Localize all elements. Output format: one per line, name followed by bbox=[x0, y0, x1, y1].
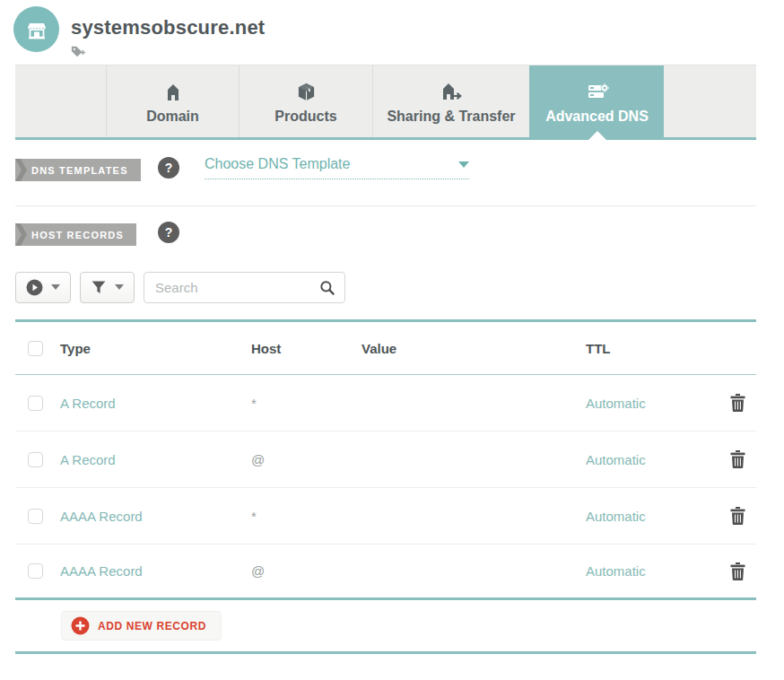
record-type[interactable]: A Record bbox=[60, 452, 251, 467]
table-row: A Record @ Automatic bbox=[15, 432, 756, 488]
dns-template-dropdown[interactable]: Choose DNS Template bbox=[205, 156, 469, 179]
row-checkbox[interactable] bbox=[28, 563, 43, 579]
tab-products[interactable]: Products bbox=[239, 65, 372, 137]
domain-management-page: systemsobscure.net Domain Products Shar bbox=[0, 0, 784, 65]
search-icon[interactable] bbox=[319, 280, 335, 296]
trash-icon bbox=[730, 450, 745, 468]
chevron-down-icon bbox=[458, 161, 469, 168]
tab-domain[interactable]: Domain bbox=[106, 65, 239, 137]
table-row: AAAA Record @ Automatic bbox=[15, 545, 756, 600]
row-checkbox[interactable] bbox=[28, 509, 43, 524]
tab-bar-spacer bbox=[664, 65, 756, 137]
record-host[interactable]: @ bbox=[251, 563, 362, 579]
column-header-host: Host bbox=[251, 341, 362, 356]
host-records-section: HOST RECORDS ? bbox=[15, 217, 756, 260]
dns-templates-help-icon[interactable]: ? bbox=[158, 157, 179, 179]
tab-products-label: Products bbox=[274, 109, 336, 125]
tab-advanced-dns[interactable]: Advanced DNS bbox=[529, 65, 664, 137]
page-title: systemsobscure.net bbox=[71, 16, 265, 39]
house-icon bbox=[163, 81, 183, 102]
record-host[interactable]: @ bbox=[251, 452, 362, 467]
host-records-ribbon: HOST RECORDS bbox=[15, 223, 136, 246]
table-header-row: Type Host Value TTL bbox=[15, 322, 756, 375]
delete-record-button[interactable] bbox=[730, 394, 745, 412]
storefront-icon bbox=[24, 17, 49, 42]
tab-domain-label: Domain bbox=[146, 109, 199, 125]
record-ttl[interactable]: Automatic bbox=[586, 563, 711, 579]
record-ttl[interactable]: Automatic bbox=[586, 509, 711, 524]
delete-record-button[interactable] bbox=[730, 507, 745, 525]
chevron-down-icon bbox=[51, 284, 60, 290]
dns-server-gear-icon bbox=[586, 81, 609, 102]
column-header-type: Type bbox=[60, 341, 251, 356]
search-input[interactable] bbox=[144, 280, 306, 295]
play-circle-icon bbox=[26, 279, 43, 296]
search-box bbox=[144, 272, 345, 303]
record-ttl[interactable]: Automatic bbox=[586, 396, 711, 411]
record-type[interactable]: A Record bbox=[60, 396, 251, 411]
page-header: systemsobscure.net bbox=[0, 0, 784, 65]
trash-icon bbox=[730, 394, 745, 412]
tab-bar-spacer bbox=[15, 65, 106, 137]
trash-icon bbox=[730, 562, 745, 580]
record-host[interactable]: * bbox=[251, 509, 362, 524]
filter-funnel-icon bbox=[91, 279, 107, 295]
record-host[interactable]: * bbox=[251, 396, 362, 411]
host-records-table: Type Host Value TTL A Record * Automatic… bbox=[15, 319, 756, 654]
dns-templates-section: DNS TEMPLATES ? Choose DNS Template bbox=[15, 153, 756, 206]
row-checkbox[interactable] bbox=[28, 396, 43, 411]
tab-sharing-transfer-label: Sharing & Transfer bbox=[387, 109, 515, 125]
table-row: A Record * Automatic bbox=[15, 375, 756, 432]
tab-advanced-dns-label: Advanced DNS bbox=[545, 109, 649, 125]
trash-icon bbox=[730, 507, 745, 525]
chevron-down-icon bbox=[115, 284, 124, 290]
dns-templates-ribbon: DNS TEMPLATES bbox=[15, 159, 141, 181]
column-header-value: Value bbox=[362, 341, 586, 356]
record-ttl[interactable]: Automatic bbox=[586, 452, 711, 467]
delete-record-button[interactable] bbox=[730, 562, 745, 580]
tab-sharing-transfer[interactable]: Sharing & Transfer bbox=[372, 65, 529, 137]
run-actions-button[interactable] bbox=[15, 272, 71, 303]
add-tag-icon[interactable] bbox=[70, 45, 86, 59]
delete-record-button[interactable] bbox=[730, 450, 745, 468]
house-transfer-icon bbox=[440, 81, 463, 102]
plus-circle-icon bbox=[71, 616, 90, 635]
select-all-checkbox[interactable] bbox=[28, 341, 43, 356]
add-record-row: ADD NEW RECORD bbox=[15, 600, 756, 654]
host-records-help-icon[interactable]: ? bbox=[158, 222, 179, 243]
dns-template-dropdown-value: Choose DNS Template bbox=[205, 156, 350, 172]
row-checkbox[interactable] bbox=[28, 452, 43, 467]
domain-avatar bbox=[13, 6, 59, 52]
add-new-record-label: ADD NEW RECORD bbox=[98, 620, 206, 632]
box-icon bbox=[296, 81, 317, 102]
table-row: AAAA Record * Automatic bbox=[15, 488, 756, 545]
records-toolbar bbox=[15, 271, 756, 303]
tab-bar: Domain Products Sharing & Transfer bbox=[15, 65, 756, 140]
record-type[interactable]: AAAA Record bbox=[60, 509, 251, 524]
record-type[interactable]: AAAA Record bbox=[60, 563, 251, 579]
column-header-ttl: TTL bbox=[586, 341, 711, 356]
filter-button[interactable] bbox=[80, 272, 135, 303]
add-new-record-button[interactable]: ADD NEW RECORD bbox=[61, 611, 222, 641]
